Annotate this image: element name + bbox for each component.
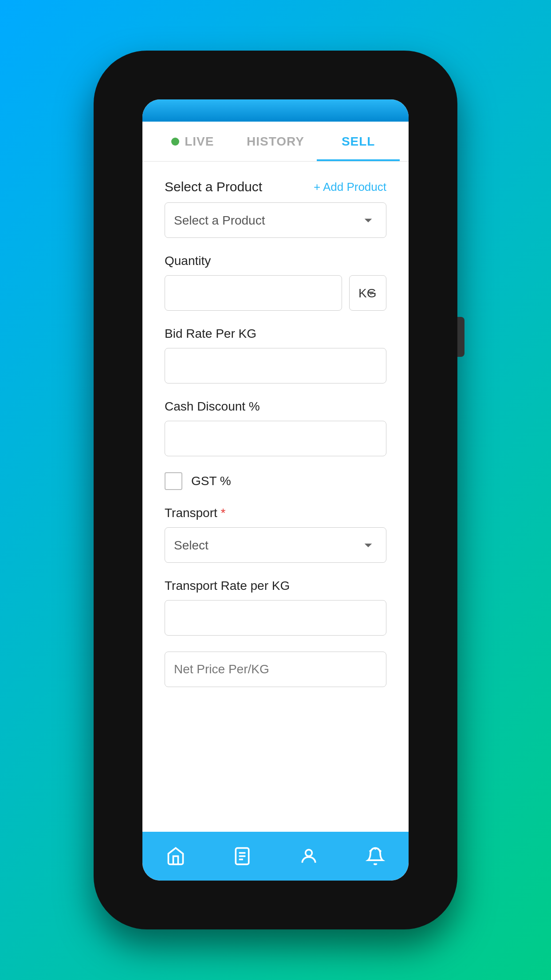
tab-bar: LIVE HISTORY SELL (142, 122, 409, 162)
svg-point-4 (306, 850, 312, 856)
transport-label: Transport * (165, 506, 386, 520)
product-select[interactable]: Select a Product (165, 202, 386, 238)
status-bar (142, 99, 409, 122)
tab-sell[interactable]: SELL (317, 122, 400, 161)
home-nav-icon[interactable] (158, 838, 193, 874)
quantity-field: Quantity KG MT LB (165, 254, 386, 311)
product-field: Select a Product + Add Product Select a … (165, 179, 386, 238)
tab-history[interactable]: HISTORY (234, 122, 317, 161)
product-section-label: Select a Product (165, 179, 262, 194)
transport-field: Transport * Select Yes No (165, 506, 386, 563)
phone-screen: LIVE HISTORY SELL Select a Product + Add… (142, 99, 409, 881)
transport-rate-label: Transport Rate per KG (165, 579, 386, 593)
tab-sell-label: SELL (342, 134, 375, 149)
live-indicator-dot (171, 138, 179, 146)
svg-line-6 (380, 850, 381, 852)
transport-rate-input[interactable] (165, 600, 386, 636)
tab-live[interactable]: LIVE (151, 122, 234, 161)
transport-required-marker: * (217, 506, 226, 520)
gst-checkbox-row: GST % (165, 472, 386, 490)
net-price-field (165, 652, 386, 687)
quantity-label: Quantity (165, 254, 386, 268)
transport-rate-field: Transport Rate per KG (165, 579, 386, 636)
cash-discount-field: Cash Discount % (165, 399, 386, 456)
tab-live-label: LIVE (185, 134, 214, 149)
gst-checkbox[interactable] (165, 472, 182, 490)
cash-discount-label: Cash Discount % (165, 399, 386, 414)
side-button (457, 317, 464, 357)
bottom-nav (142, 832, 409, 881)
form-content: Select a Product + Add Product Select a … (142, 162, 409, 832)
profile-nav-icon[interactable] (291, 838, 327, 874)
gst-label: GST % (191, 474, 231, 488)
transport-select[interactable]: Select Yes No (165, 527, 386, 563)
bid-rate-input[interactable] (165, 348, 386, 383)
cash-discount-input[interactable] (165, 421, 386, 456)
svg-line-7 (370, 850, 371, 852)
unit-select[interactable]: KG MT LB (349, 275, 386, 311)
quantity-input[interactable] (165, 275, 342, 311)
tab-history-label: HISTORY (247, 134, 304, 149)
net-price-input[interactable] (165, 652, 386, 687)
bid-rate-field: Bid Rate Per KG (165, 327, 386, 383)
bid-rate-label: Bid Rate Per KG (165, 327, 386, 341)
document-nav-icon[interactable] (224, 838, 260, 874)
notification-nav-icon[interactable] (358, 838, 393, 874)
add-product-link[interactable]: + Add Product (314, 180, 386, 194)
quantity-row: KG MT LB (165, 275, 386, 311)
phone-frame: LIVE HISTORY SELL Select a Product + Add… (94, 51, 457, 929)
product-section-header: Select a Product + Add Product (165, 179, 386, 194)
